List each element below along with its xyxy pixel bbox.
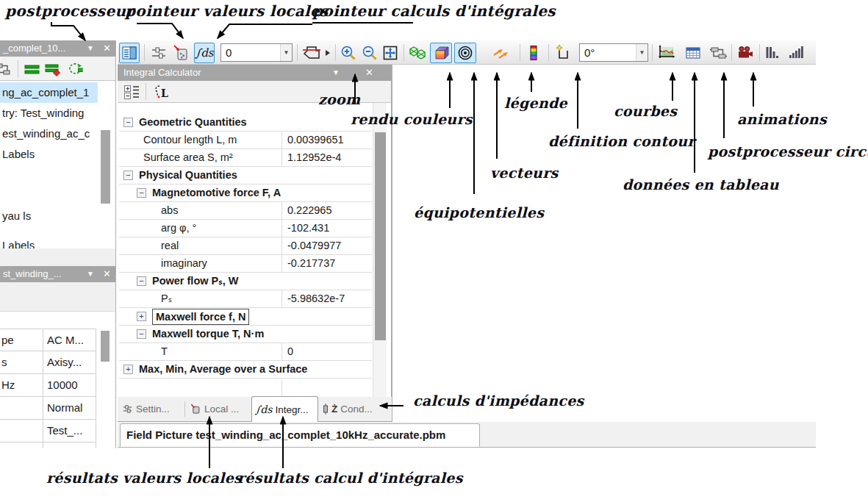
- integral-data-row[interactable]: abs 0.222965: [119, 202, 372, 220]
- properties-panel-titlebar[interactable]: st_winding_... ▼ ✕: [0, 266, 115, 282]
- chevron-down-icon[interactable]: ▼: [280, 44, 292, 61]
- tab-local-values[interactable]: Local ...: [187, 397, 242, 421]
- property-row[interactable]: pe AC M...: [0, 329, 96, 351]
- histogram-desc-button[interactable]: [762, 43, 783, 63]
- integral-value: 0: [281, 343, 372, 361]
- integral-scrollbar-thumb[interactable]: [375, 132, 386, 340]
- field-lines-labels-button[interactable]: [43, 59, 63, 79]
- integral-group-row[interactable]: − Physical Quantities: [119, 167, 372, 184]
- problem-properties-panel: st_winding_... ▼ ✕ pe AC M... s Axisy...…: [0, 266, 115, 448]
- integral-data-row[interactable]: imaginary -0.217737: [119, 255, 372, 273]
- annotation-color-rendering: rendu couleurs: [351, 111, 473, 127]
- vertical-scrollbar[interactable]: [101, 331, 110, 362]
- zoom-in-button[interactable]: [338, 43, 359, 63]
- list-item[interactable]: Labels: [0, 144, 98, 165]
- property-row[interactable]: Test_...: [0, 420, 96, 442]
- contour-tool-dropdown[interactable]: [323, 43, 332, 63]
- color-legend-button[interactable]: [523, 43, 544, 63]
- color-map-button[interactable]: [430, 43, 452, 63]
- expand-toggle[interactable]: +: [137, 312, 146, 321]
- animation-button[interactable]: [734, 43, 755, 63]
- field-lines-button[interactable]: [22, 59, 43, 79]
- annotation-postprocessor: postprocesseur: [5, 2, 134, 20]
- collapse-toggle[interactable]: −: [123, 118, 133, 127]
- panel-menu-dropdown-icon[interactable]: ▼: [87, 266, 94, 282]
- integral-group-row[interactable]: − Geometric Quantities: [119, 114, 372, 132]
- circuit-clipped-button[interactable]: [0, 59, 13, 79]
- focused-row-label: Maxwell force f, N: [152, 309, 249, 325]
- integral-panel-titlebar[interactable]: Integral Calculator ▼ ✕: [118, 65, 391, 81]
- panel-window-icon: [121, 44, 138, 62]
- tab-settings[interactable]: Settin...: [119, 397, 173, 421]
- integral-data-row[interactable]: arg φ, ° -102.431: [119, 220, 372, 237]
- xy-plot-button[interactable]: [655, 43, 678, 63]
- collapse-toggle[interactable]: −: [123, 171, 133, 180]
- property-row[interactable]: T...: [0, 442, 96, 448]
- annotation-legend: légende: [504, 95, 567, 111]
- list-item[interactable]: yau ls: [0, 206, 98, 226]
- view-settings-button[interactable]: [148, 43, 169, 63]
- zoom-extents-button[interactable]: [380, 43, 401, 63]
- properties-header-strip: [0, 282, 115, 312]
- property-row[interactable]: Hz 10000: [0, 374, 96, 397]
- histogram-asc-button[interactable]: [786, 43, 806, 63]
- tab-impedance[interactable]: Ż Cond...: [320, 397, 376, 421]
- circuit-postprocessor-button[interactable]: [706, 43, 730, 63]
- integral-scrollbar-track[interactable]: [373, 103, 387, 397]
- integral-data-row[interactable]: Contour length L, m 0.00399651: [119, 132, 372, 149]
- integral-group-row[interactable]: − Power flow Pₛ, W: [119, 273, 372, 290]
- contour-L-icon: L: [152, 83, 170, 101]
- phase-combobox[interactable]: 0° ▼: [579, 43, 648, 62]
- integral-group-row[interactable]: − Magnetomotive force F, A: [119, 184, 372, 202]
- toggle-calculator-panel-button[interactable]: [119, 43, 140, 63]
- contour-tool-button[interactable]: [300, 43, 323, 63]
- rebuild-rotate-button[interactable]: [65, 59, 85, 79]
- property-row[interactable]: Normal: [0, 397, 96, 420]
- panel-menu-dropdown-icon[interactable]: ▼: [87, 40, 94, 57]
- table-view-button[interactable]: [683, 43, 703, 63]
- panel-close-icon[interactable]: ✕: [365, 65, 373, 81]
- orange-arrows-icon: [492, 44, 510, 62]
- sliders-icon: [150, 44, 168, 62]
- integral-group-row[interactable]: + Maxwell force f, N: [119, 308, 372, 326]
- annotation-integral-results: résultats calcul d'intégrales: [237, 470, 463, 486]
- integral-data-row[interactable]: Surface area S, m² 1.12952e-4: [119, 149, 372, 167]
- property-row[interactable]: s Axisy...: [0, 351, 96, 374]
- panel-close-icon[interactable]: ✕: [103, 40, 111, 57]
- expand-toggle[interactable]: +: [123, 365, 133, 374]
- integral-data-row[interactable]: real -0.0479977: [119, 237, 372, 255]
- panel-menu-dropdown-icon[interactable]: ▼: [332, 65, 340, 81]
- contour-length-button[interactable]: L: [150, 82, 172, 101]
- vertical-scrollbar[interactable]: [101, 130, 110, 204]
- integral-data-row[interactable]: Pₛ -5.98632e-7: [119, 290, 372, 308]
- color-cube-icon: [432, 44, 450, 62]
- field-vectors-button[interactable]: [491, 43, 512, 63]
- collapse-toggle[interactable]: −: [137, 188, 146, 198]
- green-lines-icon: [24, 60, 41, 78]
- equipotential-lines-button[interactable]: [454, 43, 476, 63]
- contour-value-combobox[interactable]: 0 ▼: [220, 43, 293, 62]
- local-values-pointer-icon: [190, 404, 201, 415]
- tab-integral-results[interactable]: ∫ds Integr...: [251, 396, 318, 422]
- annotation-zoom: zoom: [318, 91, 360, 107]
- integral-data-row[interactable]: T 0: [119, 343, 372, 361]
- collapse-toggle[interactable]: −: [137, 329, 146, 339]
- contour-definition-button[interactable]: [551, 43, 575, 63]
- panel-close-icon[interactable]: ✕: [103, 266, 111, 282]
- mesh-button[interactable]: [407, 43, 428, 63]
- postprocessor-tree-list: ng_ac_complet_1 try: Test_winding est_wi…: [0, 81, 115, 248]
- document-tab[interactable]: Field Picture test_winding_ac_complet_10…: [120, 423, 480, 447]
- list-item[interactable]: ng_ac_complet_1: [0, 82, 98, 103]
- integral-group-row[interactable]: + Max, Min, Average over a Surface: [119, 361, 372, 379]
- zoom-out-button[interactable]: [359, 43, 380, 63]
- expand-all-button[interactable]: [122, 82, 141, 101]
- list-item[interactable]: Labels: [0, 235, 98, 248]
- collapse-toggle[interactable]: −: [137, 276, 146, 286]
- list-item[interactable]: est_winding_ac_c: [0, 123, 98, 144]
- chevron-down-icon[interactable]: ▼: [636, 44, 648, 61]
- integral-group-row[interactable]: − Maxwell torque T, N·m: [119, 326, 372, 343]
- list-item[interactable]: try: Test_winding: [0, 103, 98, 123]
- local-values-pointer-button[interactable]: [171, 43, 191, 63]
- integral-calculator-button[interactable]: ∫ds: [194, 43, 215, 63]
- postprocessor-panel-titlebar[interactable]: _complet_10... ▼ ✕: [0, 40, 115, 57]
